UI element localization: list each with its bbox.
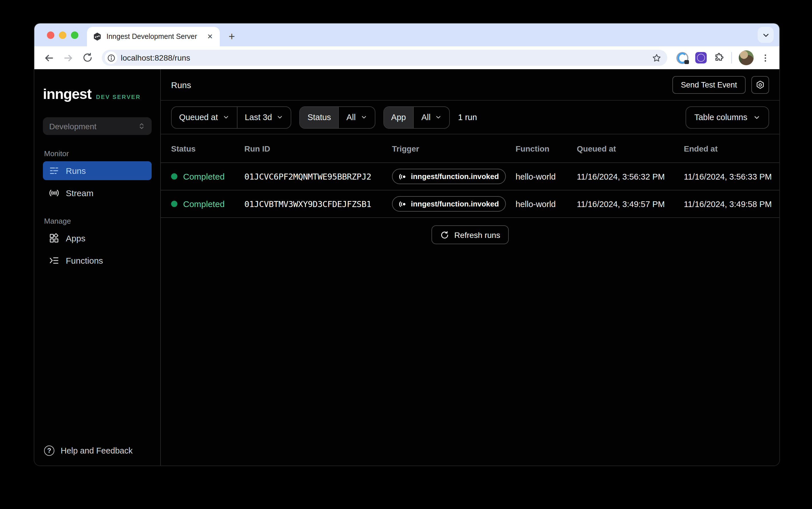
table-columns-label: Table columns	[694, 113, 747, 122]
help-label: Help and Feedback	[61, 446, 133, 455]
browser-tab[interactable]: Inngest Development Server ✕	[87, 27, 220, 46]
status-value-text: All	[347, 113, 356, 122]
extension-icons	[673, 50, 774, 65]
browser-window: Inngest Development Server ✕ +	[34, 23, 780, 466]
status-filter-value[interactable]: All	[339, 107, 375, 128]
chevron-down-icon	[753, 113, 760, 121]
trigger-badge[interactable]: inngest/function.invoked	[392, 196, 506, 212]
section-label-manage: Manage	[43, 217, 152, 225]
reload-button[interactable]	[79, 49, 96, 66]
table-row[interactable]: Completed 01JCVBTMV3WXY9D3CFDEJFZSB1 inn…	[161, 191, 779, 218]
run-id[interactable]: 01JCVC6PF2MQNMTWE95BBRZPJ2	[245, 172, 392, 181]
col-header-trigger: Trigger	[392, 144, 516, 153]
purple-extension-icon[interactable]	[695, 52, 707, 64]
browser-menu-kebab-icon[interactable]	[760, 53, 770, 63]
status-label-text: Status	[307, 113, 331, 122]
extensions-puzzle-icon[interactable]	[714, 52, 724, 63]
sidebar-item-label: Stream	[66, 188, 94, 198]
app-label-text: App	[391, 113, 406, 122]
trigger-cell: inngest/function.invoked	[392, 196, 516, 212]
address-bar[interactable]: localhost:8288/runs	[102, 50, 667, 66]
table-header-row: Status Run ID Trigger Function Queued at…	[161, 134, 779, 163]
status-cell: Completed	[171, 172, 245, 181]
functions-list-icon	[48, 255, 60, 266]
page-title: Runs	[171, 80, 191, 90]
forward-arrow-icon	[63, 52, 73, 63]
sidebar-item-functions[interactable]: Functions	[43, 251, 152, 270]
profile-avatar[interactable]	[739, 50, 754, 65]
app-filter-label: App	[384, 107, 414, 128]
event-signal-icon	[399, 172, 407, 180]
app-filter: App All	[383, 106, 450, 128]
app-filter-value[interactable]: All	[414, 107, 450, 128]
help-and-feedback[interactable]: ? Help and Feedback	[43, 445, 152, 456]
timerange-select[interactable]: Last 3d	[237, 107, 291, 128]
sidebar-item-apps[interactable]: Apps	[43, 229, 152, 248]
refresh-icon	[440, 230, 449, 239]
environment-select[interactable]: Development	[43, 117, 152, 135]
send-test-event-button[interactable]: Send Test Event	[672, 76, 746, 94]
chevron-up-down-icon	[138, 123, 145, 130]
ended-at: 11/16/2024, 3:56:33 PM	[684, 172, 772, 181]
event-signal-icon	[399, 200, 407, 208]
back-button[interactable]	[40, 49, 57, 66]
tab-strip: Inngest Development Server ✕ +	[34, 24, 779, 46]
status-label: Completed	[183, 172, 225, 181]
password-manager-extension-icon[interactable]	[676, 52, 688, 64]
back-arrow-icon	[43, 52, 54, 63]
sidebar-item-runs[interactable]: Runs	[43, 161, 152, 180]
status-filter-label: Status	[300, 107, 338, 128]
queued-at: 11/16/2024, 3:56:32 PM	[577, 172, 684, 181]
inngest-app: inngest DEV SERVER Development Monitor R…	[34, 69, 779, 466]
sidebar-item-stream[interactable]: Stream	[43, 183, 152, 202]
minimize-window-button[interactable]	[59, 31, 66, 39]
col-header-function: Function	[516, 144, 577, 153]
apps-grid-icon	[48, 233, 60, 244]
function-name[interactable]: hello-world	[516, 172, 577, 181]
queued-at: 11/16/2024, 3:49:57 PM	[577, 199, 684, 208]
col-header-status: Status	[171, 144, 245, 153]
tab-close-icon[interactable]: ✕	[206, 33, 214, 40]
screen: Inngest Development Server ✕ +	[0, 0, 812, 509]
section-label-monitor: Monitor	[43, 149, 152, 158]
sidebar: inngest DEV SERVER Development Monitor R…	[34, 69, 161, 466]
chevron-down-icon	[277, 114, 284, 121]
chevron-down-icon	[222, 114, 229, 121]
zoom-window-button[interactable]	[71, 31, 78, 39]
timerange-value: Last 3d	[245, 113, 272, 122]
chevron-down-icon	[360, 114, 367, 121]
trigger-cell: inngest/function.invoked	[392, 169, 516, 184]
run-id[interactable]: 01JCVBTMV3WXY9D3CFDEJFZSB1	[245, 199, 392, 208]
toolbar-separator	[731, 52, 732, 64]
url-text: localhost:8288/runs	[121, 53, 648, 62]
timefield-select[interactable]: Queued at	[172, 107, 237, 128]
status-dot-icon	[171, 173, 177, 179]
status-dot-icon	[171, 201, 177, 207]
filter-bar: Queued at Last 3d Status	[161, 101, 779, 134]
close-window-button[interactable]	[47, 31, 54, 39]
status-cell: Completed	[171, 199, 245, 209]
window-controls	[47, 24, 78, 46]
sidebar-item-label: Functions	[66, 256, 103, 265]
inngest-favicon-icon	[93, 32, 102, 41]
forward-button[interactable]	[60, 49, 77, 66]
new-tab-button[interactable]: +	[224, 29, 239, 44]
table-row[interactable]: Completed 01JCVC6PF2MQNMTWE95BBRZPJ2 inn…	[161, 163, 779, 191]
chevron-down-icon	[762, 31, 769, 39]
bookmark-star-icon[interactable]	[652, 53, 661, 63]
sidebar-item-label: Apps	[66, 233, 85, 243]
refresh-runs-button[interactable]: Refresh runs	[431, 225, 509, 244]
function-name[interactable]: hello-world	[516, 199, 577, 208]
tab-search-button[interactable]	[758, 27, 774, 43]
trigger-name: inngest/function.invoked	[411, 172, 499, 181]
site-info-icon[interactable]	[105, 52, 117, 64]
trigger-badge[interactable]: inngest/function.invoked	[392, 169, 506, 184]
table-columns-button[interactable]: Table columns	[686, 106, 769, 128]
sidebar-item-label: Runs	[66, 166, 86, 176]
status-filter: Status All	[299, 106, 375, 128]
col-header-ended-at: Ended at	[684, 144, 769, 153]
settings-button[interactable]	[751, 76, 769, 94]
logo-row: inngest DEV SERVER	[43, 86, 152, 102]
app-value-text: All	[421, 113, 431, 122]
stream-broadcast-icon	[48, 188, 60, 199]
